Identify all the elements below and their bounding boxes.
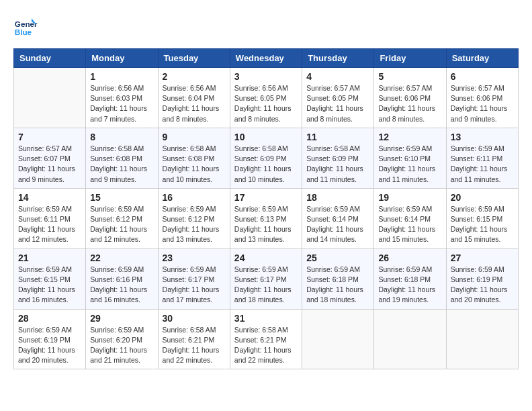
calendar-cell: 17Sunrise: 6:59 AM Sunset: 6:13 PM Dayli… — [230, 188, 302, 248]
day-number: 17 — [234, 192, 298, 203]
day-info: Sunrise: 6:56 AM Sunset: 6:05 PM Dayligh… — [234, 83, 298, 124]
day-number: 16 — [163, 192, 226, 203]
calendar-cell: 27Sunrise: 6:59 AM Sunset: 6:19 PM Dayli… — [446, 248, 518, 309]
calendar-cell: 11Sunrise: 6:58 AM Sunset: 6:09 PM Dayli… — [302, 128, 374, 188]
calendar-cell: 28Sunrise: 6:59 AM Sunset: 6:19 PM Dayli… — [14, 309, 86, 369]
day-info: Sunrise: 6:59 AM Sunset: 6:18 PM Dayligh… — [378, 265, 441, 306]
day-number: 22 — [90, 253, 153, 263]
day-info: Sunrise: 6:58 AM Sunset: 6:21 PM Dayligh… — [163, 325, 226, 366]
calendar-cell: 29Sunrise: 6:59 AM Sunset: 6:20 PM Dayli… — [86, 309, 158, 369]
day-number: 30 — [163, 313, 226, 324]
day-info: Sunrise: 6:56 AM Sunset: 6:04 PM Dayligh… — [163, 83, 226, 124]
calendar-cell: 25Sunrise: 6:59 AM Sunset: 6:18 PM Dayli… — [302, 248, 374, 309]
day-number: 12 — [378, 132, 441, 142]
logo-icon: General Blue — [13, 13, 38, 38]
calendar-cell: 5Sunrise: 6:57 AM Sunset: 6:06 PM Daylig… — [374, 68, 446, 128]
day-number: 4 — [306, 71, 369, 82]
calendar-cell: 2Sunrise: 6:56 AM Sunset: 6:04 PM Daylig… — [158, 68, 230, 128]
day-info: Sunrise: 6:59 AM Sunset: 6:19 PM Dayligh… — [451, 265, 514, 306]
page-header: General Blue — [13, 13, 519, 38]
day-header-sunday: Sunday — [14, 49, 86, 68]
calendar-body: 1Sunrise: 6:56 AM Sunset: 6:03 PM Daylig… — [14, 68, 519, 369]
calendar-cell: 20Sunrise: 6:59 AM Sunset: 6:15 PM Dayli… — [446, 188, 518, 248]
calendar-cell: 19Sunrise: 6:59 AM Sunset: 6:14 PM Dayli… — [374, 188, 446, 248]
day-info: Sunrise: 6:59 AM Sunset: 6:12 PM Dayligh… — [90, 204, 153, 245]
calendar-cell: 30Sunrise: 6:58 AM Sunset: 6:21 PM Dayli… — [158, 309, 230, 369]
calendar-cell: 26Sunrise: 6:59 AM Sunset: 6:18 PM Dayli… — [374, 248, 446, 309]
day-number: 6 — [451, 71, 514, 82]
day-number: 14 — [18, 192, 81, 203]
day-info: Sunrise: 6:57 AM Sunset: 6:06 PM Dayligh… — [451, 83, 514, 124]
day-number: 2 — [163, 71, 226, 82]
calendar-cell: 1Sunrise: 6:56 AM Sunset: 6:03 PM Daylig… — [86, 68, 158, 128]
calendar-cell: 12Sunrise: 6:59 AM Sunset: 6:10 PM Dayli… — [374, 128, 446, 188]
day-number: 20 — [451, 192, 514, 203]
day-number: 5 — [378, 71, 441, 82]
day-header-tuesday: Tuesday — [158, 49, 230, 68]
calendar-cell: 23Sunrise: 6:59 AM Sunset: 6:17 PM Dayli… — [158, 248, 230, 309]
day-info: Sunrise: 6:58 AM Sunset: 6:21 PM Dayligh… — [234, 325, 298, 366]
calendar-cell: 22Sunrise: 6:59 AM Sunset: 6:16 PM Dayli… — [86, 248, 158, 309]
day-info: Sunrise: 6:59 AM Sunset: 6:12 PM Dayligh… — [163, 204, 226, 245]
calendar-cell — [446, 309, 518, 369]
day-info: Sunrise: 6:59 AM Sunset: 6:11 PM Dayligh… — [451, 144, 514, 185]
day-info: Sunrise: 6:57 AM Sunset: 6:07 PM Dayligh… — [18, 144, 81, 185]
day-number: 7 — [18, 132, 81, 142]
day-number: 23 — [163, 253, 226, 263]
calendar-week-4: 21Sunrise: 6:59 AM Sunset: 6:15 PM Dayli… — [14, 248, 519, 309]
day-header-thursday: Thursday — [302, 49, 374, 68]
calendar-cell: 7Sunrise: 6:57 AM Sunset: 6:07 PM Daylig… — [14, 128, 86, 188]
day-info: Sunrise: 6:58 AM Sunset: 6:09 PM Dayligh… — [306, 144, 369, 185]
day-number: 19 — [378, 192, 441, 203]
day-info: Sunrise: 6:59 AM Sunset: 6:19 PM Dayligh… — [18, 325, 81, 366]
calendar-cell: 31Sunrise: 6:58 AM Sunset: 6:21 PM Dayli… — [230, 309, 302, 369]
day-info: Sunrise: 6:58 AM Sunset: 6:08 PM Dayligh… — [163, 144, 226, 185]
calendar-cell: 3Sunrise: 6:56 AM Sunset: 6:05 PM Daylig… — [230, 68, 302, 128]
day-info: Sunrise: 6:59 AM Sunset: 6:18 PM Dayligh… — [306, 265, 369, 306]
day-info: Sunrise: 6:58 AM Sunset: 6:08 PM Dayligh… — [90, 144, 153, 185]
day-info: Sunrise: 6:56 AM Sunset: 6:03 PM Dayligh… — [90, 83, 153, 124]
day-number: 15 — [90, 192, 153, 203]
day-number: 9 — [163, 132, 226, 142]
calendar-cell: 14Sunrise: 6:59 AM Sunset: 6:11 PM Dayli… — [14, 188, 86, 248]
day-info: Sunrise: 6:59 AM Sunset: 6:15 PM Dayligh… — [451, 204, 514, 245]
calendar-cell: 9Sunrise: 6:58 AM Sunset: 6:08 PM Daylig… — [158, 128, 230, 188]
day-number: 10 — [234, 132, 298, 142]
calendar-week-1: 1Sunrise: 6:56 AM Sunset: 6:03 PM Daylig… — [14, 68, 519, 128]
day-number: 26 — [378, 253, 441, 263]
day-header-wednesday: Wednesday — [230, 49, 302, 68]
day-number: 3 — [234, 71, 298, 82]
day-number: 11 — [306, 132, 369, 142]
calendar-cell: 15Sunrise: 6:59 AM Sunset: 6:12 PM Dayli… — [86, 188, 158, 248]
calendar-cell: 10Sunrise: 6:58 AM Sunset: 6:09 PM Dayli… — [230, 128, 302, 188]
calendar-week-2: 7Sunrise: 6:57 AM Sunset: 6:07 PM Daylig… — [14, 128, 519, 188]
calendar-cell: 16Sunrise: 6:59 AM Sunset: 6:12 PM Dayli… — [158, 188, 230, 248]
day-number: 21 — [18, 253, 81, 263]
day-info: Sunrise: 6:59 AM Sunset: 6:16 PM Dayligh… — [90, 265, 153, 306]
calendar-cell: 21Sunrise: 6:59 AM Sunset: 6:15 PM Dayli… — [14, 248, 86, 309]
day-number: 28 — [18, 313, 81, 324]
day-number: 13 — [451, 132, 514, 142]
day-number: 25 — [306, 253, 369, 263]
day-info: Sunrise: 6:59 AM Sunset: 6:20 PM Dayligh… — [90, 325, 153, 366]
day-header-monday: Monday — [86, 49, 158, 68]
day-number: 31 — [234, 313, 298, 324]
day-info: Sunrise: 6:59 AM Sunset: 6:17 PM Dayligh… — [163, 265, 226, 306]
day-header-friday: Friday — [374, 49, 446, 68]
svg-text:Blue: Blue — [15, 28, 32, 36]
calendar-cell — [14, 68, 86, 128]
day-info: Sunrise: 6:59 AM Sunset: 6:10 PM Dayligh… — [378, 144, 441, 185]
day-info: Sunrise: 6:59 AM Sunset: 6:17 PM Dayligh… — [234, 265, 298, 306]
calendar-cell: 13Sunrise: 6:59 AM Sunset: 6:11 PM Dayli… — [446, 128, 518, 188]
day-number: 8 — [90, 132, 153, 142]
calendar-table: SundayMondayTuesdayWednesdayThursdayFrid… — [13, 48, 519, 369]
calendar-cell: 8Sunrise: 6:58 AM Sunset: 6:08 PM Daylig… — [86, 128, 158, 188]
day-number: 29 — [90, 313, 153, 324]
day-info: Sunrise: 6:58 AM Sunset: 6:09 PM Dayligh… — [234, 144, 298, 185]
calendar-cell — [374, 309, 446, 369]
day-info: Sunrise: 6:57 AM Sunset: 6:06 PM Dayligh… — [378, 83, 441, 124]
calendar-cell: 6Sunrise: 6:57 AM Sunset: 6:06 PM Daylig… — [446, 68, 518, 128]
logo: General Blue — [13, 13, 38, 38]
calendar-cell: 4Sunrise: 6:57 AM Sunset: 6:05 PM Daylig… — [302, 68, 374, 128]
calendar-cell: 18Sunrise: 6:59 AM Sunset: 6:14 PM Dayli… — [302, 188, 374, 248]
